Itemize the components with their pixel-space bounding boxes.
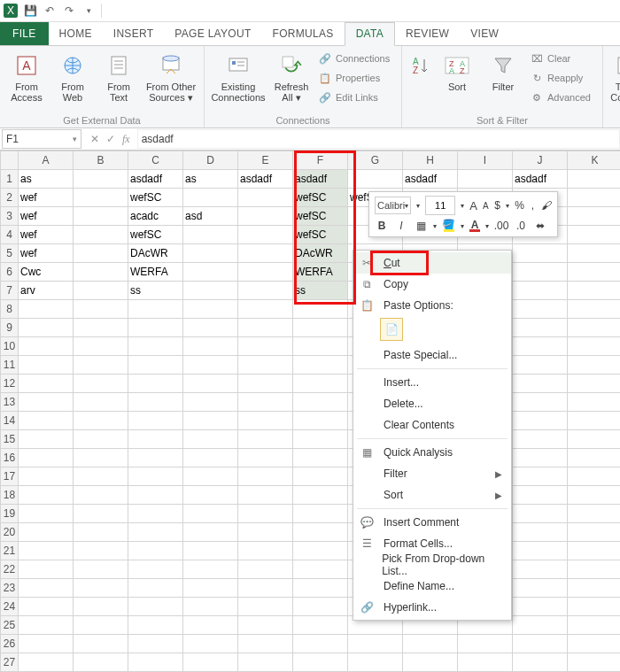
- cell-D2[interactable]: [183, 189, 238, 207]
- cell-C6[interactable]: WERFA: [128, 263, 183, 282]
- column-header-D[interactable]: D: [183, 151, 238, 170]
- cell-K5[interactable]: [568, 244, 621, 263]
- row-header-8[interactable]: 8: [1, 300, 19, 319]
- cell-E21[interactable]: [238, 542, 293, 560]
- cell-E24[interactable]: [238, 598, 293, 616]
- row-header-4[interactable]: 4: [1, 226, 19, 244]
- cell-C2[interactable]: wefSC: [128, 189, 183, 207]
- cell-H1[interactable]: asdadf: [403, 170, 458, 189]
- row-header-25[interactable]: 25: [1, 616, 19, 635]
- mini-toolbar[interactable]: Calibri▾ ▾ ▾ A A $▾ % , 🖌 B I ▦▾ 🪣▾ A▾ .…: [368, 191, 558, 237]
- fill-color-icon[interactable]: 🪣: [442, 220, 455, 232]
- ctx-copy[interactable]: ⧉Copy: [353, 274, 511, 295]
- row-header-12[interactable]: 12: [1, 375, 19, 393]
- cell-D7[interactable]: [183, 282, 238, 300]
- ctx-delete[interactable]: Delete...: [353, 393, 511, 414]
- row-header-5[interactable]: 5: [1, 244, 19, 263]
- cell-E13[interactable]: [238, 393, 293, 412]
- name-box[interactable]: F1 ▾: [2, 129, 81, 149]
- cell-B7[interactable]: [74, 282, 128, 300]
- column-header-H[interactable]: H: [403, 151, 458, 170]
- ctx-format-cells[interactable]: ☰Format Cells...: [353, 533, 511, 554]
- comma-format-icon[interactable]: ,: [530, 198, 536, 212]
- cell-A9[interactable]: [19, 319, 74, 337]
- cell-G27[interactable]: [348, 653, 403, 672]
- cell-A13[interactable]: [19, 393, 74, 412]
- mini-font-size[interactable]: [425, 196, 455, 215]
- cell-D16[interactable]: [183, 449, 238, 467]
- cell-K3[interactable]: [568, 207, 621, 226]
- cell-J21[interactable]: [513, 542, 568, 560]
- cell-D6[interactable]: [183, 263, 238, 282]
- cell-C13[interactable]: [128, 393, 183, 412]
- cell-D24[interactable]: [183, 598, 238, 616]
- cell-A16[interactable]: [19, 449, 74, 467]
- existing-connections-button[interactable]: Existing Connections: [210, 50, 267, 106]
- cell-A15[interactable]: [19, 430, 74, 449]
- tab-file[interactable]: FILE: [0, 22, 49, 45]
- cell-E12[interactable]: [238, 375, 293, 393]
- cell-A23[interactable]: [19, 579, 74, 598]
- cell-D25[interactable]: [183, 616, 238, 635]
- column-header-A[interactable]: A: [19, 151, 74, 170]
- cell-J8[interactable]: [513, 300, 568, 319]
- row-header-7[interactable]: 7: [1, 282, 19, 300]
- cell-E27[interactable]: [238, 653, 293, 672]
- cell-F11[interactable]: [293, 356, 348, 375]
- cell-A24[interactable]: [19, 598, 74, 616]
- cell-J27[interactable]: [513, 653, 568, 672]
- cell-J20[interactable]: [513, 523, 568, 542]
- merge-center-icon[interactable]: ⬌: [533, 219, 547, 233]
- tab-review[interactable]: REVIEW: [395, 23, 460, 45]
- cell-J7[interactable]: [513, 282, 568, 300]
- cell-J14[interactable]: [513, 412, 568, 430]
- cell-E7[interactable]: [238, 282, 293, 300]
- cell-F8[interactable]: [293, 300, 348, 319]
- cell-D10[interactable]: [183, 337, 238, 356]
- cell-F27[interactable]: [293, 653, 348, 672]
- row-header-13[interactable]: 13: [1, 393, 19, 412]
- cell-B2[interactable]: [74, 189, 128, 207]
- cell-B22[interactable]: [74, 560, 128, 579]
- cell-K2[interactable]: [568, 189, 621, 207]
- grow-font-icon[interactable]: A: [469, 198, 477, 212]
- row-header-26[interactable]: 26: [1, 635, 19, 653]
- cell-D8[interactable]: [183, 300, 238, 319]
- cell-K27[interactable]: [568, 653, 621, 672]
- column-header-E[interactable]: E: [238, 151, 293, 170]
- row-header-21[interactable]: 21: [1, 542, 19, 560]
- cell-F13[interactable]: [293, 393, 348, 412]
- cell-B24[interactable]: [74, 598, 128, 616]
- cell-K11[interactable]: [568, 356, 621, 375]
- cell-C27[interactable]: [128, 653, 183, 672]
- edit-links-button[interactable]: 🔗Edit Links: [316, 89, 396, 106]
- cell-F18[interactable]: [293, 486, 348, 505]
- cell-C23[interactable]: [128, 579, 183, 598]
- cell-J13[interactable]: [513, 393, 568, 412]
- cell-B26[interactable]: [74, 635, 128, 653]
- row-header-15[interactable]: 15: [1, 430, 19, 449]
- cell-B27[interactable]: [74, 653, 128, 672]
- enter-formula-icon[interactable]: ✓: [106, 133, 115, 145]
- cell-A20[interactable]: [19, 523, 74, 542]
- cell-F10[interactable]: [293, 337, 348, 356]
- cell-K12[interactable]: [568, 375, 621, 393]
- cell-K22[interactable]: [568, 560, 621, 579]
- cell-A2[interactable]: wef: [19, 189, 74, 207]
- cell-B6[interactable]: [74, 263, 128, 282]
- cell-E4[interactable]: [238, 226, 293, 244]
- ctx-pick-from-list[interactable]: Pick From Drop-down List...: [353, 554, 511, 575]
- cell-D22[interactable]: [183, 560, 238, 579]
- cell-J24[interactable]: [513, 598, 568, 616]
- row-header-17[interactable]: 17: [1, 467, 19, 486]
- cell-F23[interactable]: [293, 579, 348, 598]
- cell-C12[interactable]: [128, 375, 183, 393]
- cell-D15[interactable]: [183, 430, 238, 449]
- cell-F26[interactable]: [293, 635, 348, 653]
- cell-B4[interactable]: [74, 226, 128, 244]
- cell-A22[interactable]: [19, 560, 74, 579]
- sort-button[interactable]: ZAAZ Sort: [436, 50, 478, 106]
- cell-E1[interactable]: asdadf: [238, 170, 293, 189]
- select-all-corner[interactable]: [1, 151, 19, 170]
- cell-J22[interactable]: [513, 560, 568, 579]
